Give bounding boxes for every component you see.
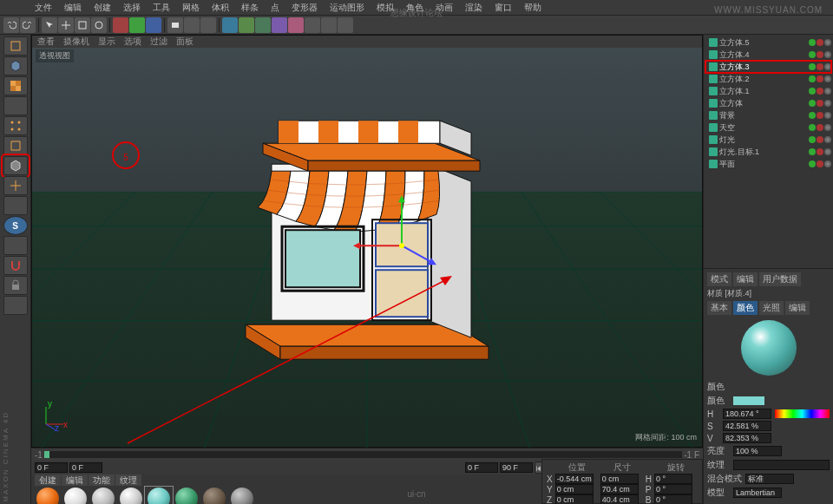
menu-变形器[interactable]: 变形器	[292, 2, 318, 13]
material-slot[interactable]: 材质.7	[229, 488, 255, 504]
menu-点[interactable]: 点	[271, 2, 279, 13]
x-lock-icon[interactable]	[113, 17, 128, 33]
viewport-solo-icon[interactable]	[3, 196, 28, 215]
magnet-icon[interactable]	[3, 256, 28, 275]
z-lock-icon[interactable]	[146, 17, 161, 33]
menu-模拟[interactable]: 模拟	[377, 2, 394, 13]
polygon-mode-icon[interactable]	[3, 156, 28, 175]
material-slot[interactable]: 材质.2	[90, 488, 116, 504]
menu-渲染[interactable]: 渲染	[465, 2, 482, 13]
texture-input[interactable]	[733, 460, 830, 470]
object-flags[interactable]	[808, 160, 831, 169]
deformer-icon[interactable]	[288, 17, 304, 33]
brightness-input[interactable]	[733, 446, 782, 456]
object-flags[interactable]	[808, 123, 831, 133]
menu-角色[interactable]: 角色	[406, 2, 423, 13]
menu-窗口[interactable]: 窗口	[495, 2, 512, 13]
workplane-icon[interactable]	[3, 236, 28, 255]
tl-end-input[interactable]	[500, 462, 533, 473]
tl-start-input[interactable]	[35, 462, 68, 473]
material-slot[interactable]: 材质	[35, 488, 61, 504]
make-editable-icon[interactable]	[3, 36, 28, 56]
tl-start2-input[interactable]	[465, 462, 498, 473]
menu-动画[interactable]: 动画	[436, 2, 453, 13]
object-axis-icon[interactable]	[3, 96, 28, 115]
menu-编辑[interactable]: 编辑	[64, 2, 82, 13]
object-flags[interactable]	[808, 87, 831, 96]
cube-primitive-icon[interactable]	[222, 17, 238, 33]
object-flags[interactable]	[808, 147, 831, 157]
camera-icon[interactable]	[321, 17, 337, 33]
object-flags[interactable]	[808, 75, 831, 84]
menu-工具[interactable]: 工具	[153, 2, 170, 13]
attribute-manager[interactable]: 模式编辑用户数据 材质 [材质.4] 基本颜色光照编辑 颜色 颜色 H S V …	[704, 268, 833, 504]
mixmode-input[interactable]	[745, 474, 794, 484]
move-icon[interactable]	[58, 17, 74, 33]
vpmenu-显示[interactable]: 显示	[98, 36, 115, 48]
vpmenu-查看[interactable]: 查看	[37, 36, 55, 48]
object-flags[interactable]	[808, 135, 831, 145]
light-icon[interactable]	[338, 17, 353, 33]
scale-icon[interactable]	[75, 17, 90, 33]
environment-icon[interactable]	[305, 17, 320, 33]
material-slot[interactable]: 材质.3	[118, 488, 144, 504]
object-flags[interactable]	[808, 50, 831, 60]
redo-icon[interactable]	[20, 17, 36, 33]
edge-mode-icon[interactable]	[3, 136, 28, 155]
object-flags[interactable]	[808, 99, 831, 108]
axis-toggle-icon[interactable]	[3, 176, 28, 195]
nurbs-icon[interactable]	[255, 17, 271, 33]
object-row[interactable]: 立方体	[705, 97, 831, 109]
menu-文件[interactable]: 文件	[35, 2, 52, 13]
material-slot[interactable]: 材质.6	[201, 488, 227, 504]
vpmenu-选项[interactable]: 选项	[124, 36, 141, 48]
object-row[interactable]: 灯光	[705, 134, 831, 146]
color-swatch[interactable]	[733, 396, 764, 405]
model-input[interactable]	[733, 488, 782, 498]
menu-选择[interactable]: 选择	[123, 2, 141, 13]
object-flags[interactable]	[808, 62, 831, 72]
material-slot[interactable]: 材质.1	[62, 488, 89, 504]
object-row[interactable]: 立方体.3	[705, 61, 831, 73]
y-lock-icon[interactable]	[129, 17, 145, 33]
vpmenu-面板[interactable]: 面板	[176, 36, 193, 48]
hue-input[interactable]	[723, 409, 771, 419]
object-manager[interactable]: 立方体.5立方体.4立方体.3立方体.2立方体.1立方体背景天空灯光灯光.目标.…	[704, 35, 833, 172]
render-region-icon[interactable]	[184, 17, 200, 33]
timeline-track[interactable]	[44, 451, 682, 458]
menu-帮助[interactable]: 帮助	[524, 2, 541, 13]
object-flags[interactable]	[808, 38, 831, 48]
material-slot[interactable]: 材质.4	[146, 488, 172, 504]
menu-体积[interactable]: 体积	[212, 2, 229, 13]
menu-运动图形[interactable]: 运动图形	[330, 2, 364, 13]
select-icon[interactable]	[42, 17, 57, 33]
menu-创建[interactable]: 创建	[94, 2, 111, 13]
val-input[interactable]	[723, 433, 771, 443]
lock-icon[interactable]	[3, 276, 28, 295]
dual-cube-icon[interactable]	[3, 296, 28, 315]
generator-icon[interactable]	[272, 17, 287, 33]
coordinate-manager[interactable]: 位置尺寸旋转 XHYPZB	[541, 459, 703, 504]
vpmenu-过滤[interactable]: 过滤	[150, 36, 167, 48]
object-row[interactable]: 立方体.2	[705, 73, 831, 85]
undo-icon[interactable]	[3, 17, 19, 33]
object-row[interactable]: 背景	[705, 109, 831, 121]
rotate-icon[interactable]	[91, 17, 107, 33]
menu-样条[interactable]: 样条	[241, 2, 259, 13]
viewport-menu[interactable]: 查看摄像机显示选项过滤面板	[32, 36, 702, 48]
object-flags[interactable]	[808, 111, 831, 121]
viewport[interactable]: 查看摄像机显示选项过滤面板 透视视图	[31, 35, 703, 448]
model-mode-icon[interactable]	[3, 56, 28, 75]
render-icon[interactable]	[167, 17, 183, 33]
menu-网格[interactable]: 网格	[182, 2, 200, 13]
texture-mode-icon[interactable]	[3, 76, 28, 95]
spline-icon[interactable]	[239, 17, 254, 33]
vpmenu-摄像机[interactable]: 摄像机	[63, 36, 89, 48]
render-settings-icon[interactable]	[200, 17, 216, 33]
object-row[interactable]: 立方体.5	[705, 36, 831, 49]
object-row[interactable]: 立方体.1	[705, 85, 831, 97]
object-row[interactable]: 立方体.4	[705, 49, 831, 61]
sat-input[interactable]	[723, 421, 771, 431]
snap-toggle-icon[interactable]: S	[3, 216, 28, 235]
tl-cur-input[interactable]	[69, 462, 102, 473]
